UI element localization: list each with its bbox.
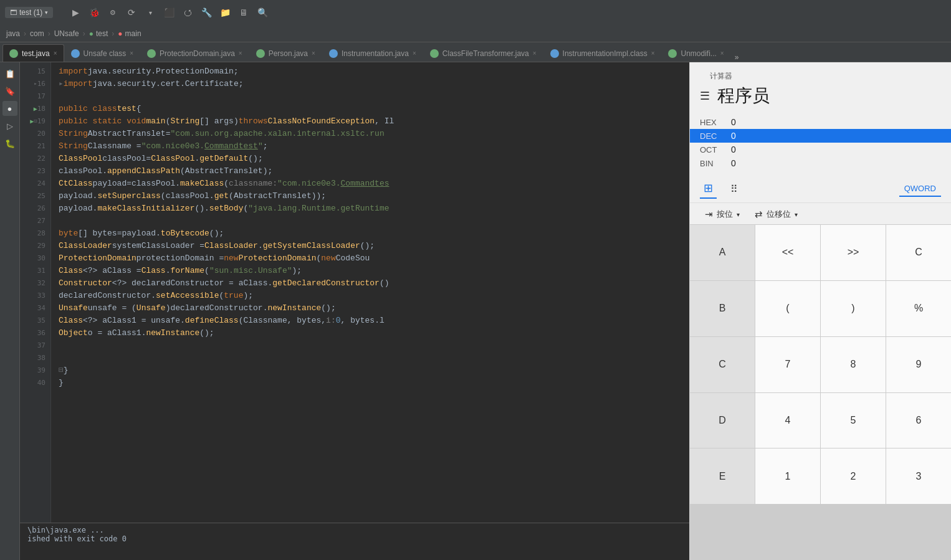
left-sidebar: 📋 🔖 ● ▷ 🐛 [0,62,20,560]
sidebar-structure[interactable]: 📋 [2,66,17,81]
calc-btn-A[interactable]: A [690,225,755,280]
line-27: 27 [20,214,50,227]
calc-shift-chevron: ▾ [795,211,798,218]
calc-btn-2[interactable]: 2 [821,448,886,504]
calc-title-row: ☰ 程序员 [700,84,941,108]
tab-icon-um [668,49,677,58]
line-19: ▶⊟19 [20,115,50,127]
line-17: 17 [20,90,50,102]
breadcrumb-java[interactable]: java [6,29,20,38]
tab-person[interactable]: Person.java × [249,44,322,62]
line-36: 36 [20,326,50,339]
calc-bitwise-dropdown[interactable]: ⇥ 按位 ▾ [700,207,745,222]
tab-close-cf[interactable]: × [533,50,537,57]
run-icon[interactable]: ▶ [69,6,82,19]
tab-close-test[interactable]: × [54,50,57,57]
tab-close-um[interactable]: × [720,50,724,57]
toolbar: ▶ 🐞 ⚙ ⟳ ▾ ⬛ ⭯ 🔧 📁 🖥 🔍 [69,6,269,19]
tab-label-inst: Instrumentation.java [342,49,409,58]
calc-btn-rparen[interactable]: ) [821,281,886,336]
tab-unmodifi[interactable]: Unmodifi... × [661,44,730,62]
line-38: 38 [20,351,50,364]
tab-protection-domain[interactable]: ProtectionDomain.java × [140,44,249,62]
calc-btn-1[interactable]: 1 [755,448,820,504]
calc-hex-row: HEX 0 [700,115,941,129]
line-39: 39 [20,364,50,376]
calc-btn-rshift[interactable]: >> [821,225,886,280]
breadcrumb-unsafe[interactable]: UNsafe [54,29,79,38]
calc-menu-icon[interactable]: ☰ [700,89,710,103]
breadcrumb-main[interactable]: ● main [118,29,141,38]
tab-close-inst[interactable]: × [413,50,416,57]
tab-label-pd: ProtectionDomain.java [160,49,235,58]
line-31: 31 [20,264,50,277]
tab-icon-test [9,49,18,58]
sidebar-debug[interactable]: 🐛 [2,136,17,151]
window-icon: 🗔 [10,9,17,16]
search-icon[interactable]: 🔍 [256,6,269,19]
calc-btn-7[interactable]: 7 [755,337,820,392]
calc-btn-9[interactable]: 9 [886,337,951,392]
calc-btn-percent[interactable]: % [886,281,951,336]
line-29: 29 [20,239,50,252]
tab-close-person[interactable]: × [312,50,315,57]
sidebar-bookmark[interactable]: 🔖 [2,83,17,98]
settings-icon[interactable]: 🔧 [200,6,213,19]
calc-btn-lshift[interactable]: << [755,225,820,280]
breadcrumb-com[interactable]: com [30,29,44,38]
calc-btn-8[interactable]: 8 [821,337,886,392]
tab-close-pd[interactable]: × [239,50,242,57]
calc-hex-value: 0 [731,117,736,127]
calc-display: HEX 0 DEC 0 OCT 0 BIN 0 [690,110,951,175]
tab-instrumentation-impl[interactable]: InstrumentationImpl.class × [543,44,662,62]
tab-close-ii[interactable]: × [651,50,655,57]
stop-icon[interactable]: ⬛ [163,6,175,19]
calc-btn-3[interactable]: 3 [886,448,951,504]
tab-icon-inst [329,49,338,58]
tab-label-um: Unmodifi... [681,49,716,58]
calc-oct-label: OCT [700,145,731,154]
calc-btn-lparen[interactable]: ( [755,281,820,336]
tab-close-unsafe[interactable]: × [130,50,133,57]
calculator: 计算器 ☰ 程序员 HEX 0 DEC 0 OCT 0 [689,62,951,560]
tab-label-test: test.java [22,49,50,58]
calc-btn-E[interactable]: E [690,448,755,504]
build-icon[interactable]: ⭯ [181,6,194,19]
tab-unsafe-class[interactable]: Unsafe class × [64,44,141,62]
folder-icon[interactable]: 📁 [219,6,231,19]
window-dropdown[interactable]: ▾ [45,9,48,16]
calc-bitwise-label: 按位 [717,209,733,220]
calc-btn-D[interactable]: D [690,393,755,448]
dropdown-icon[interactable]: ▾ [144,6,156,19]
calc-btn-5[interactable]: 5 [821,393,886,448]
tab-instrumentation[interactable]: Instrumentation.java × [322,44,423,62]
calc-pad-btn[interactable]: ⊞ [700,179,717,199]
sidebar-run[interactable]: ▷ [2,118,17,133]
tab-more[interactable]: » [731,53,743,62]
line-16: ▸16 [20,77,50,90]
tab-test-java[interactable]: test.java × [2,44,64,62]
line-34: 34 [20,301,50,314]
calc-btn-6[interactable]: 6 [886,393,951,448]
coverage-icon[interactable]: ⚙ [107,6,119,19]
calc-shift-dropdown[interactable]: ⇄ 位移位 ▾ [750,207,803,222]
tab-label-unsafe: Unsafe class [84,49,127,58]
calc-dec-row: DEC 0 [690,129,951,143]
sidebar-active[interactable]: ● [2,101,17,116]
calc-bitwise-icon: ⇥ [705,209,713,220]
calc-btn-C[interactable]: C [690,337,755,392]
calc-qword-btn[interactable]: QWORD [899,181,941,197]
calc-oct-row: OCT 0 [700,143,941,156]
line-15: 15 [20,65,50,77]
reload-icon[interactable]: ⟳ [125,6,138,19]
tab-icon-person [256,49,265,58]
window-tab[interactable]: 🗔 test (1) ▾ [5,7,53,18]
calc-btn-B[interactable]: B [690,281,755,336]
debug-icon[interactable]: 🐞 [88,6,100,19]
calc-btn-4[interactable]: 4 [755,393,820,448]
tab-classfile[interactable]: ClassFileTransformer.java × [423,44,543,62]
calc-btn-clear[interactable]: C [886,225,951,280]
calc-bitwise-btn[interactable]: ⠿ [727,179,742,199]
breadcrumb-test[interactable]: ● test [89,29,108,38]
terminal-icon[interactable]: 🖥 [237,6,250,19]
